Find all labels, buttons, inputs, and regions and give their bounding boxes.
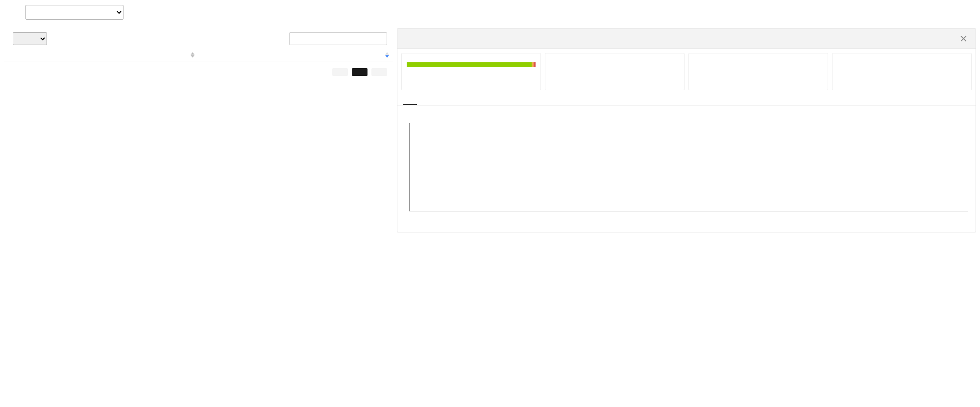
col-transaction-name[interactable] — [4, 49, 198, 61]
entries-select[interactable] — [13, 32, 47, 45]
chart-plot-area[interactable] — [409, 123, 968, 211]
col-avg-resp-time[interactable] — [198, 49, 393, 61]
sort-icon — [191, 52, 195, 58]
previous-button[interactable] — [332, 68, 348, 76]
sort-icon — [385, 52, 389, 58]
transactions-table — [4, 49, 393, 61]
x-axis-ticks — [409, 211, 968, 213]
close-icon[interactable]: ✕ — [959, 34, 968, 44]
next-button[interactable] — [371, 68, 387, 76]
apdex-card — [545, 53, 685, 90]
tab-ajax-calls[interactable] — [417, 94, 431, 105]
sort-by-select[interactable] — [25, 5, 123, 20]
satisfaction-bar — [407, 62, 536, 67]
y-axis-label — [405, 123, 406, 228]
response-time-card — [688, 53, 828, 90]
search-input[interactable] — [289, 32, 387, 45]
tab-summary[interactable] — [403, 94, 417, 105]
page-views-card — [832, 53, 972, 90]
pagination — [332, 68, 387, 76]
satisfaction-card — [401, 53, 541, 90]
page-1-button[interactable] — [352, 68, 368, 76]
